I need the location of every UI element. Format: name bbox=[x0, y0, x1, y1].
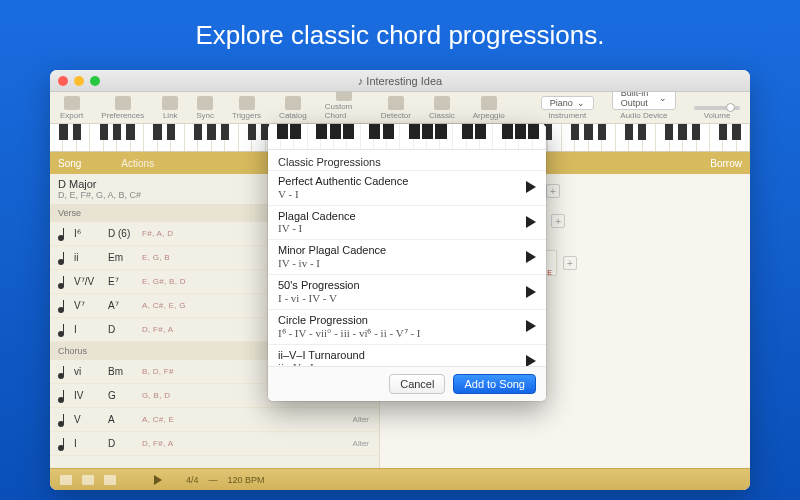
chord-name: A bbox=[108, 414, 136, 425]
chord-name: Bm bbox=[108, 366, 136, 377]
volume-slider[interactable] bbox=[694, 106, 740, 110]
roman-numeral: I⁶ bbox=[74, 228, 102, 239]
transport-bar: 4/4 — 120 BPM bbox=[50, 468, 750, 490]
progression-item[interactable]: 50's ProgressionI - vi - IV - V bbox=[268, 274, 546, 309]
tab-actions[interactable]: Actions bbox=[121, 158, 154, 169]
chevron-down-icon: ⌄ bbox=[577, 98, 585, 108]
roman-numeral: I bbox=[74, 324, 102, 335]
tab-song[interactable]: Song bbox=[58, 158, 81, 169]
add-chord-button[interactable]: + bbox=[563, 256, 577, 270]
chord-name: G bbox=[108, 390, 136, 401]
note-icon bbox=[56, 251, 68, 265]
play-progression-button[interactable] bbox=[526, 251, 536, 263]
titlebar: ♪ Interesting Idea bbox=[50, 70, 750, 92]
window-title: ♪ Interesting Idea bbox=[50, 75, 750, 87]
roman-numeral: V⁷ bbox=[74, 300, 102, 311]
chord-row[interactable]: IDD, F#, AAlter bbox=[50, 432, 379, 456]
progression-list: Perfect Authentic CadenceV - IPlagal Cad… bbox=[268, 170, 546, 366]
metronome-icon[interactable] bbox=[60, 475, 72, 485]
play-progression-button[interactable] bbox=[526, 216, 536, 228]
progression-item[interactable]: Minor Plagal CadenceIV - iv - I bbox=[268, 239, 546, 274]
add-chord-button[interactable]: + bbox=[551, 214, 565, 228]
add-to-song-button[interactable]: Add to Song bbox=[453, 374, 536, 394]
chord-name: D bbox=[108, 324, 136, 335]
toolbar-arpeggio[interactable]: Arpeggio bbox=[473, 96, 505, 120]
note-icon bbox=[56, 299, 68, 313]
audio-device-label: Audio Device bbox=[620, 111, 667, 120]
instrument-select[interactable]: Piano⌄ bbox=[541, 96, 594, 110]
toolbar-catalog[interactable]: Catalog bbox=[279, 96, 307, 120]
alter-button[interactable]: Alter bbox=[349, 438, 373, 449]
chord-notes: D, F#, A bbox=[142, 439, 343, 448]
note-icon bbox=[56, 365, 68, 379]
chord-name: A⁷ bbox=[108, 300, 136, 311]
time-signature[interactable]: 4/4 bbox=[186, 475, 199, 485]
progression-item[interactable]: ii–V–I Turnaroundii - V - I bbox=[268, 344, 546, 366]
volume-label: Volume bbox=[704, 111, 731, 120]
note-icon bbox=[56, 275, 68, 289]
alter-button[interactable]: Alter bbox=[349, 414, 373, 425]
chord-name: D bbox=[108, 438, 136, 449]
chord-name: E⁷ bbox=[108, 276, 136, 287]
roman-numeral: IV bbox=[74, 390, 102, 401]
play-progression-button[interactable] bbox=[526, 320, 536, 332]
roman-numeral: vi bbox=[74, 366, 102, 377]
record-icon[interactable] bbox=[104, 475, 116, 485]
chord-name: Em bbox=[108, 252, 136, 263]
play-progression-button[interactable] bbox=[526, 286, 536, 298]
toolbar-preferences[interactable]: Preferences bbox=[101, 96, 144, 120]
toolbar-export[interactable]: Export bbox=[60, 96, 83, 120]
progression-item[interactable]: Plagal CadenceIV - I bbox=[268, 205, 546, 240]
roman-numeral: I bbox=[74, 438, 102, 449]
note-icon bbox=[56, 389, 68, 403]
note-icon bbox=[56, 413, 68, 427]
loop-icon[interactable] bbox=[82, 475, 94, 485]
play-progression-button[interactable] bbox=[526, 355, 536, 366]
note-icon bbox=[56, 437, 68, 451]
popover-title: Classic Progressions bbox=[268, 150, 546, 170]
roman-numeral: ii bbox=[74, 252, 102, 263]
note-icon bbox=[56, 323, 68, 337]
cancel-button[interactable]: Cancel bbox=[389, 374, 445, 394]
borrow-button[interactable]: Borrow bbox=[710, 158, 742, 169]
promo-title: Explore classic chord progressions. bbox=[0, 0, 800, 51]
play-button[interactable] bbox=[154, 475, 162, 485]
roman-numeral: V⁷/V bbox=[74, 276, 102, 287]
chord-notes: A, C#, E bbox=[142, 415, 343, 424]
chevron-down-icon: ⌄ bbox=[659, 93, 667, 103]
play-progression-button[interactable] bbox=[526, 181, 536, 193]
instrument-label: Instrument bbox=[548, 111, 586, 120]
classic-progressions-popover: Classic Progressions Perfect Authentic C… bbox=[268, 124, 546, 401]
toolbar-detector[interactable]: Detector bbox=[381, 96, 411, 120]
note-icon bbox=[56, 227, 68, 241]
toolbar-triggers[interactable]: Triggers bbox=[232, 96, 261, 120]
toolbar: Export Preferences Link Sync Triggers Ca… bbox=[50, 92, 750, 124]
toolbar-link[interactable]: Link bbox=[162, 96, 178, 120]
chord-name: D (6) bbox=[108, 228, 136, 239]
add-chord-button[interactable]: + bbox=[546, 184, 560, 198]
tempo[interactable]: 120 BPM bbox=[228, 475, 265, 485]
roman-numeral: V bbox=[74, 414, 102, 425]
progression-item[interactable]: Circle ProgressionI⁶ - IV - vii° - iii -… bbox=[268, 309, 546, 344]
popover-mini-keyboard[interactable] bbox=[268, 124, 546, 150]
toolbar-sync[interactable]: Sync bbox=[196, 96, 214, 120]
progression-item[interactable]: Perfect Authentic CadenceV - I bbox=[268, 170, 546, 205]
toolbar-classic[interactable]: Classic bbox=[429, 96, 455, 120]
chord-row[interactable]: VAA, C#, EAlter bbox=[50, 408, 379, 432]
